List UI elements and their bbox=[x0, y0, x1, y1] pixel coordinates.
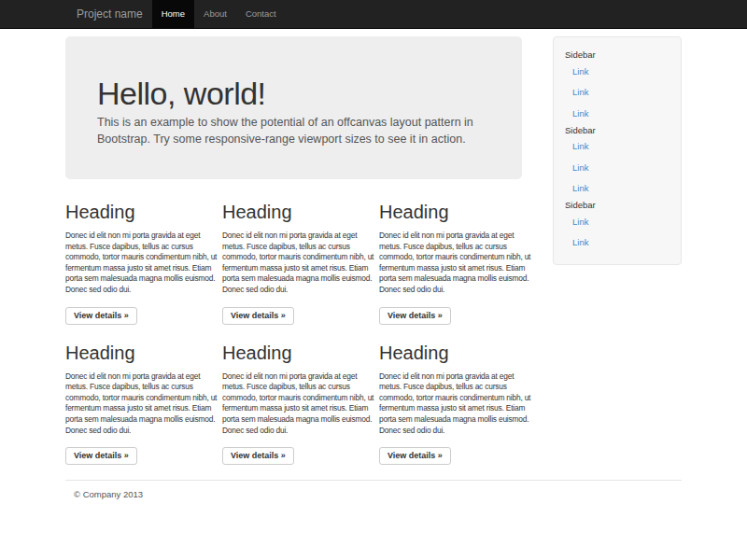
cards-row-2: Heading Donec id elit non mi porta gravi… bbox=[65, 341, 536, 466]
main-content: Hello, world! This is an example to show… bbox=[65, 36, 536, 465]
sidebar-header: Sidebar bbox=[565, 49, 669, 61]
sidebar-header: Sidebar bbox=[565, 199, 669, 211]
page-container: Hello, world! This is an example to show… bbox=[65, 36, 682, 499]
copyright-text: © Company 2013 bbox=[74, 489, 682, 499]
sidebar-link[interactable]: Link bbox=[565, 61, 669, 82]
feature-card: Heading Donec id elit non mi porta gravi… bbox=[65, 200, 222, 325]
sidebar-link[interactable]: Link bbox=[565, 157, 669, 178]
card-heading: Heading bbox=[65, 341, 218, 365]
card-heading: Heading bbox=[222, 341, 375, 365]
view-details-button[interactable]: View details » bbox=[222, 307, 294, 325]
card-body-text: Donec id elit non mi porta gravida at eg… bbox=[222, 231, 375, 296]
sidebar-link[interactable]: Link bbox=[565, 211, 669, 232]
view-details-button[interactable]: View details » bbox=[222, 447, 294, 465]
sidebar-group: Sidebar Link Link Link bbox=[565, 124, 669, 200]
page-title: Hello, world! bbox=[97, 76, 490, 111]
sidebar-group: Sidebar Link Link Link bbox=[565, 49, 669, 124]
sidebar-link[interactable]: Link bbox=[565, 232, 669, 254]
view-details-button[interactable]: View details » bbox=[65, 307, 137, 325]
card-body-text: Donec id elit non mi porta gravida at eg… bbox=[222, 371, 375, 437]
brand-link[interactable]: Project name bbox=[65, 0, 143, 28]
card-body-text: Donec id elit non mi porta gravida at eg… bbox=[65, 231, 218, 296]
card-body-text: Donec id elit non mi porta gravida at eg… bbox=[65, 371, 218, 437]
card-heading: Heading bbox=[65, 200, 218, 224]
feature-card: Heading Donec id elit non mi porta gravi… bbox=[222, 341, 379, 466]
nav-item-about[interactable]: About bbox=[194, 0, 236, 28]
card-heading: Heading bbox=[379, 341, 532, 365]
card-heading: Heading bbox=[379, 200, 532, 224]
jumbotron: Hello, world! This is an example to show… bbox=[65, 36, 522, 179]
nav-item-contact[interactable]: Contact bbox=[236, 0, 286, 28]
view-details-button[interactable]: View details » bbox=[379, 307, 451, 325]
nav-item-home[interactable]: Home bbox=[152, 0, 194, 28]
jumbotron-description: This is an example to show the potential… bbox=[97, 115, 490, 147]
feature-card: Heading Donec id elit non mi porta gravi… bbox=[379, 200, 536, 325]
feature-card: Heading Donec id elit non mi porta gravi… bbox=[65, 341, 222, 466]
view-details-button[interactable]: View details » bbox=[379, 447, 451, 465]
card-body-text: Donec id elit non mi porta gravida at eg… bbox=[379, 231, 532, 296]
navbar-container: Project name Home About Contact bbox=[65, 0, 682, 28]
card-heading: Heading bbox=[222, 200, 375, 224]
sidebar-header: Sidebar bbox=[565, 124, 669, 136]
card-body-text: Donec id elit non mi porta gravida at eg… bbox=[379, 371, 532, 437]
navbar: Project name Home About Contact bbox=[0, 0, 747, 29]
sidebar-link[interactable]: Link bbox=[565, 178, 669, 200]
sidebar: Sidebar Link Link Link Sidebar Link Link… bbox=[553, 36, 682, 265]
sidebar-group: Sidebar Link Link bbox=[565, 199, 669, 253]
view-details-button[interactable]: View details » bbox=[65, 447, 137, 465]
navbar-menu: Home About Contact bbox=[152, 0, 286, 28]
sidebar-link[interactable]: Link bbox=[565, 136, 669, 158]
sidebar-link[interactable]: Link bbox=[565, 82, 669, 104]
cards-row-1: Heading Donec id elit non mi porta gravi… bbox=[65, 200, 536, 325]
feature-card: Heading Donec id elit non mi porta gravi… bbox=[379, 341, 536, 466]
sidebar-link[interactable]: Link bbox=[565, 103, 669, 124]
feature-card: Heading Donec id elit non mi porta gravi… bbox=[222, 200, 379, 325]
footer: © Company 2013 bbox=[65, 480, 682, 499]
